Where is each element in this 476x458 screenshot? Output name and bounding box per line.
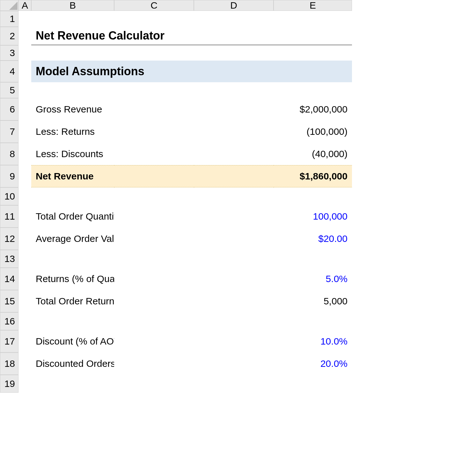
cell-C17[interactable] (114, 330, 194, 353)
row-header-15[interactable]: 15 (0, 290, 18, 312)
cell-A6[interactable] (18, 98, 31, 120)
label-returns-pct[interactable]: Returns (% of Quantity) (31, 268, 114, 290)
cell-D12[interactable] (194, 228, 274, 250)
value-total-returns[interactable]: 5,000 (274, 290, 352, 312)
label-aov[interactable]: Average Order Value (AOV) (31, 228, 114, 250)
cell-A14[interactable] (18, 268, 31, 290)
value-returns-pct[interactable]: 5.0% (274, 268, 352, 290)
select-all-corner[interactable] (0, 0, 18, 11)
cell-B10[interactable] (31, 187, 114, 205)
cell-C3[interactable] (114, 45, 194, 61)
label-less-discounts[interactable]: Less: Discounts (31, 143, 114, 165)
row-header-14[interactable]: 14 (0, 268, 18, 290)
cell-C13[interactable] (114, 250, 194, 268)
cell-A10[interactable] (18, 187, 31, 205)
row-header-4[interactable]: 4 (0, 61, 18, 82)
cell-D17[interactable] (194, 330, 274, 353)
label-gross-revenue[interactable]: Gross Revenue (31, 98, 114, 120)
col-header-D[interactable]: D (194, 0, 274, 11)
cell-A15[interactable] (18, 290, 31, 312)
cell-E3[interactable] (274, 45, 352, 61)
cell-D1[interactable] (194, 11, 274, 27)
cell-A9[interactable] (18, 165, 31, 187)
cell-A17[interactable] (18, 330, 31, 353)
cell-B3[interactable] (31, 45, 114, 61)
row-header-13[interactable]: 13 (0, 250, 18, 268)
cell-A2[interactable] (18, 27, 31, 45)
cell-E1[interactable] (274, 11, 352, 27)
cell-D3[interactable] (194, 45, 274, 61)
cell-C6[interactable] (114, 98, 194, 120)
cell-A16[interactable] (18, 312, 31, 330)
cell-B1[interactable] (31, 11, 114, 27)
cell-C8[interactable] (114, 143, 194, 165)
value-net-revenue[interactable]: $1,860,000 (274, 165, 352, 187)
cell-C5[interactable] (114, 82, 194, 98)
title-cell[interactable]: Net Revenue Calculator (31, 27, 352, 45)
label-net-revenue[interactable]: Net Revenue (31, 165, 114, 187)
cell-C9[interactable] (114, 165, 194, 187)
label-discount-pct[interactable]: Discount (% of AOV) (31, 330, 114, 353)
cell-B16[interactable] (31, 312, 114, 330)
value-gross-revenue[interactable]: $2,000,000 (274, 98, 352, 120)
cell-D18[interactable] (194, 353, 274, 375)
col-header-E[interactable]: E (274, 0, 352, 11)
cell-D16[interactable] (194, 312, 274, 330)
cell-D15[interactable] (194, 290, 274, 312)
cell-A18[interactable] (18, 353, 31, 375)
col-header-A[interactable]: A (18, 0, 31, 11)
cell-D8[interactable] (194, 143, 274, 165)
row-header-8[interactable]: 8 (0, 143, 18, 165)
cell-E19[interactable] (274, 375, 352, 393)
cell-A12[interactable] (18, 228, 31, 250)
row-header-3[interactable]: 3 (0, 45, 18, 61)
row-header-12[interactable]: 12 (0, 228, 18, 250)
value-discount-pct[interactable]: 10.0% (274, 330, 352, 353)
cell-C19[interactable] (114, 375, 194, 393)
cell-D6[interactable] (194, 98, 274, 120)
cell-A19[interactable] (18, 375, 31, 393)
value-discounted-orders-pct[interactable]: 20.0% (274, 353, 352, 375)
cell-B5[interactable] (31, 82, 114, 98)
label-less-returns[interactable]: Less: Returns (31, 120, 114, 143)
cell-A4[interactable] (18, 61, 31, 82)
value-aov[interactable]: $20.00 (274, 228, 352, 250)
row-header-9[interactable]: 9 (0, 165, 18, 187)
cell-C11[interactable] (114, 205, 194, 228)
cell-E16[interactable] (274, 312, 352, 330)
cell-A1[interactable] (18, 11, 31, 27)
cell-D13[interactable] (194, 250, 274, 268)
cell-D19[interactable] (194, 375, 274, 393)
row-header-1[interactable]: 1 (0, 11, 18, 27)
row-header-10[interactable]: 10 (0, 187, 18, 205)
row-header-18[interactable]: 18 (0, 353, 18, 375)
label-total-order-qty[interactable]: Total Order Quantity (31, 205, 114, 228)
value-total-order-qty[interactable]: 100,000 (274, 205, 352, 228)
row-header-11[interactable]: 11 (0, 205, 18, 228)
cell-D10[interactable] (194, 187, 274, 205)
cell-C16[interactable] (114, 312, 194, 330)
cell-D9[interactable] (194, 165, 274, 187)
cell-C18[interactable] (114, 353, 194, 375)
cell-A3[interactable] (18, 45, 31, 61)
cell-E13[interactable] (274, 250, 352, 268)
cell-B19[interactable] (31, 375, 114, 393)
cell-D14[interactable] (194, 268, 274, 290)
cell-C15[interactable] (114, 290, 194, 312)
cell-D7[interactable] (194, 120, 274, 143)
cell-B13[interactable] (31, 250, 114, 268)
cell-A5[interactable] (18, 82, 31, 98)
cell-A13[interactable] (18, 250, 31, 268)
row-header-19[interactable]: 19 (0, 375, 18, 393)
cell-D11[interactable] (194, 205, 274, 228)
row-header-2[interactable]: 2 (0, 27, 18, 45)
row-header-16[interactable]: 16 (0, 312, 18, 330)
value-less-discounts[interactable]: (40,000) (274, 143, 352, 165)
row-header-17[interactable]: 17 (0, 330, 18, 353)
label-discounted-orders-pct[interactable]: Discounted Orders (% of Quantity) (31, 353, 114, 375)
cell-C14[interactable] (114, 268, 194, 290)
value-less-returns[interactable]: (100,000) (274, 120, 352, 143)
cell-A7[interactable] (18, 120, 31, 143)
cell-A8[interactable] (18, 143, 31, 165)
row-header-6[interactable]: 6 (0, 98, 18, 120)
